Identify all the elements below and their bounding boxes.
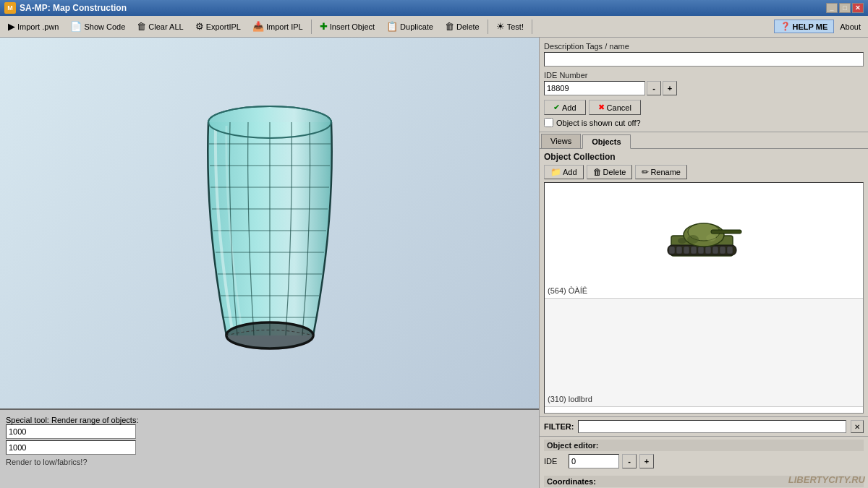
svg-rect-16	[676, 247, 682, 254]
tab-views[interactable]: Views	[541, 134, 581, 148]
main-layout: Special tool: Render range of objects: R…	[0, 38, 868, 488]
ide-editor-label: IDE	[544, 457, 566, 466]
help-button[interactable]: ❓ HELP ME	[774, 20, 835, 33]
object-preview-empty	[548, 301, 860, 393]
ide-editor-input[interactable]	[569, 454, 619, 468]
clear-all-icon: 🗑	[137, 21, 146, 32]
import-ipl-button[interactable]: 📥 Import IPL	[247, 18, 308, 35]
ide-number-row: - +	[544, 81, 864, 95]
watermark: LIBERTYCITY.RU	[788, 474, 865, 485]
special-tool-label: Special tool: Render range of objects:	[6, 416, 533, 424]
filter-section: FILTER: ✕	[540, 416, 868, 436]
viewport: Special tool: Render range of objects: R…	[0, 38, 539, 488]
list-item[interactable]: (310) lodlbrd	[545, 299, 863, 407]
svg-point-28	[706, 234, 716, 241]
title-bar: M SA-MP: Map Construction _ □ ✕	[0, 0, 868, 16]
show-code-icon: 📄	[70, 21, 82, 32]
render-value-2[interactable]	[6, 440, 136, 455]
filter-input[interactable]	[578, 420, 846, 433]
test-icon: ☀	[496, 21, 505, 32]
export-ipl-icon: ⚙	[195, 21, 204, 32]
rename-collection-button[interactable]: ✏ Rename	[635, 165, 687, 179]
add-button[interactable]: ✔ Add	[544, 100, 586, 115]
svg-rect-20	[705, 247, 711, 254]
svg-rect-22	[720, 247, 726, 254]
tab-section: Views Objects	[540, 132, 868, 149]
app-icon: M	[4, 2, 16, 14]
minimize-button[interactable]: _	[826, 3, 838, 13]
toolbar-separator-3	[532, 20, 532, 34]
delete-collection-label: Delete	[603, 168, 626, 176]
help-icon: ❓	[780, 22, 791, 31]
about-button[interactable]: About	[835, 21, 865, 33]
viewport-3d[interactable]	[0, 38, 539, 408]
delete-collection-icon: 🗑	[593, 167, 602, 177]
object-editor-section: Object editor: IDE - +	[540, 436, 868, 474]
delete-icon: 🗑	[445, 21, 454, 32]
object-info-section: Description Tags / name IDE Number - + ✔…	[540, 38, 868, 132]
toolbar: ▶ Import .pwn 📄 Show Code 🗑 Clear ALL ⚙ …	[0, 16, 868, 38]
svg-rect-21	[712, 247, 718, 254]
object-collection-section: Object Collection 📁 Add 🗑 Delete ✏ Renam…	[540, 149, 868, 416]
object-name-lodlbrd: (310) lodlbrd	[548, 393, 860, 403]
object-name-tank: (564) ÒÀÍÊ	[548, 285, 860, 295]
svg-rect-15	[669, 247, 675, 254]
insert-object-button[interactable]: ✚ Insert Object	[315, 18, 380, 35]
duplicate-icon: 📋	[386, 21, 398, 32]
cancel-icon: ✖	[598, 103, 605, 112]
svg-rect-23	[727, 247, 733, 254]
window-controls: _ □ ✕	[826, 3, 864, 13]
tank-svg	[660, 203, 747, 268]
render-label: Render to low/fabrics!?	[6, 458, 533, 466]
object-list[interactable]: (564) ÒÀÍÊ (310) lodlbrd	[544, 182, 864, 414]
ide-number-input[interactable]	[544, 81, 645, 95]
toolbar-separator-1	[311, 20, 312, 34]
action-row: ✔ Add ✖ Cancel	[544, 100, 864, 115]
show-code-button[interactable]: 📄 Show Code	[65, 18, 130, 35]
duplicate-button[interactable]: 📋 Duplicate	[381, 18, 438, 35]
svg-rect-17	[684, 247, 689, 254]
rename-collection-label: Rename	[650, 168, 681, 176]
toolbar-separator-2	[488, 20, 488, 34]
description-label: Description Tags / name	[544, 42, 864, 51]
cancel-label: Cancel	[607, 103, 631, 112]
checkbox-row: Object is shown cut off?	[544, 118, 864, 127]
list-item[interactable]: (564) ÒÀÍÊ	[545, 183, 863, 299]
add-collection-button[interactable]: 📁 Add	[544, 165, 584, 179]
filter-label: FILTER:	[544, 422, 574, 431]
collection-toolbar: 📁 Add 🗑 Delete ✏ Rename	[544, 165, 864, 179]
ide-number-label: IDE Number	[544, 71, 864, 80]
collection-title: Object Collection	[544, 152, 864, 162]
filter-clear-button[interactable]: ✕	[851, 420, 864, 433]
add-collection-label: Add	[563, 168, 577, 176]
ide-editor-decrease[interactable]: -	[622, 454, 637, 468]
rename-collection-icon: ✏	[642, 167, 649, 177]
ide-editor-increase[interactable]: +	[639, 454, 654, 468]
import-pwn-icon: ▶	[8, 21, 15, 32]
svg-rect-18	[691, 247, 697, 254]
delete-button[interactable]: 🗑 Delete	[440, 18, 485, 35]
test-button[interactable]: ☀ Test!	[491, 18, 529, 35]
tab-objects[interactable]: Objects	[582, 134, 630, 149]
maximize-button[interactable]: □	[839, 3, 851, 13]
editor-title: Object editor:	[544, 440, 864, 451]
clear-all-button[interactable]: 🗑 Clear ALL	[132, 18, 188, 35]
svg-point-29	[678, 238, 686, 244]
svg-point-27	[687, 235, 699, 244]
cutoff-checkbox[interactable]	[544, 118, 553, 127]
ide-editor-row: IDE - +	[544, 454, 864, 468]
description-input[interactable]	[544, 52, 864, 67]
add-label: Add	[562, 103, 576, 112]
ide-decrease-button[interactable]: -	[647, 81, 661, 95]
export-ipl-button[interactable]: ⚙ ExportIPL	[190, 18, 246, 35]
cancel-button[interactable]: ✖ Cancel	[589, 100, 641, 115]
svg-point-11	[226, 322, 313, 348]
delete-collection-button[interactable]: 🗑 Delete	[587, 165, 633, 179]
render-value-1[interactable]	[6, 424, 136, 439]
import-pwn-button[interactable]: ▶ Import .pwn	[3, 18, 64, 35]
close-button[interactable]: ✕	[852, 3, 864, 13]
ide-increase-button[interactable]: +	[663, 81, 677, 95]
insert-object-icon: ✚	[320, 21, 328, 32]
svg-rect-19	[698, 247, 704, 254]
cutoff-label: Object is shown cut off?	[556, 119, 641, 127]
